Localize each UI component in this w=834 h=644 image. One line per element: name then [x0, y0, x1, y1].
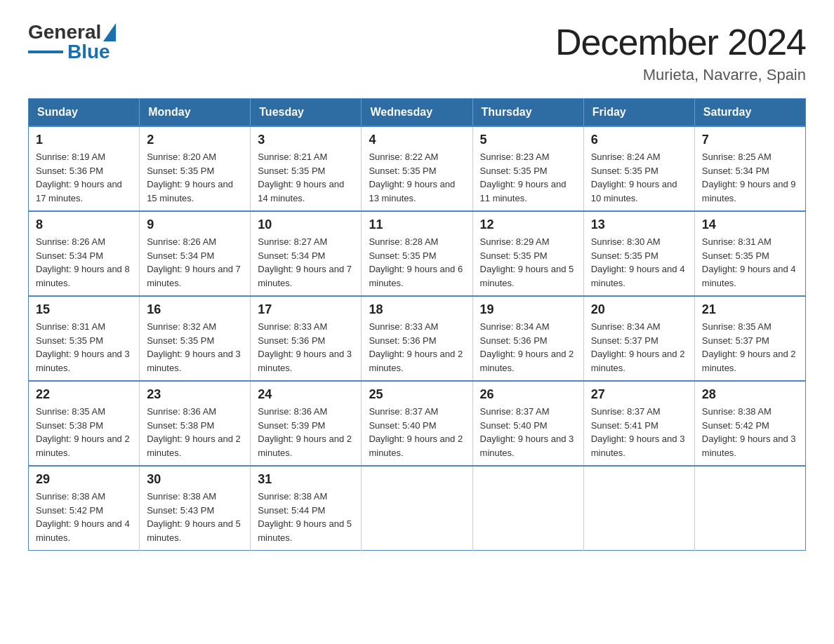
day-info: Sunrise: 8:33 AMSunset: 5:36 PMDaylight:…	[369, 320, 465, 375]
location-subtitle: Murieta, Navarre, Spain	[555, 66, 806, 84]
calendar-cell: 4 Sunrise: 8:22 AMSunset: 5:35 PMDayligh…	[362, 126, 472, 211]
calendar-cell: 2 Sunrise: 8:20 AMSunset: 5:35 PMDayligh…	[140, 126, 251, 211]
day-info: Sunrise: 8:23 AMSunset: 5:35 PMDaylight:…	[480, 150, 576, 205]
calendar-week-row: 15 Sunrise: 8:31 AMSunset: 5:35 PMDaylig…	[29, 296, 806, 381]
calendar-cell: 7 Sunrise: 8:25 AMSunset: 5:34 PMDayligh…	[694, 126, 805, 211]
calendar-cell: 30 Sunrise: 8:38 AMSunset: 5:43 PMDaylig…	[140, 466, 251, 551]
calendar-cell: 10 Sunrise: 8:27 AMSunset: 5:34 PMDaylig…	[251, 211, 362, 296]
logo-blue: Blue	[67, 41, 110, 63]
column-header-friday: Friday	[583, 99, 694, 127]
calendar-cell: 19 Sunrise: 8:34 AMSunset: 5:36 PMDaylig…	[472, 296, 583, 381]
day-info: Sunrise: 8:38 AMSunset: 5:42 PMDaylight:…	[702, 405, 798, 459]
day-info: Sunrise: 8:35 AMSunset: 5:38 PMDaylight:…	[36, 405, 132, 459]
column-header-thursday: Thursday	[472, 99, 583, 127]
column-header-sunday: Sunday	[29, 99, 140, 127]
calendar-cell: 3 Sunrise: 8:21 AMSunset: 5:35 PMDayligh…	[251, 126, 362, 211]
calendar-week-row: 22 Sunrise: 8:35 AMSunset: 5:38 PMDaylig…	[29, 381, 806, 466]
calendar-cell	[362, 466, 472, 551]
day-info: Sunrise: 8:34 AMSunset: 5:36 PMDaylight:…	[480, 320, 576, 375]
column-header-saturday: Saturday	[694, 99, 805, 127]
day-number: 18	[369, 302, 465, 317]
calendar-cell: 28 Sunrise: 8:38 AMSunset: 5:42 PMDaylig…	[694, 381, 805, 466]
day-number: 28	[702, 387, 798, 402]
day-info: Sunrise: 8:26 AMSunset: 5:34 PMDaylight:…	[147, 235, 243, 290]
day-number: 29	[36, 472, 132, 487]
day-info: Sunrise: 8:36 AMSunset: 5:38 PMDaylight:…	[147, 405, 243, 459]
calendar-table: SundayMondayTuesdayWednesdayThursdayFrid…	[28, 98, 806, 551]
day-info: Sunrise: 8:36 AMSunset: 5:39 PMDaylight:…	[258, 405, 354, 459]
day-number: 13	[591, 217, 687, 232]
title-block: December 2024 Murieta, Navarre, Spain	[555, 21, 806, 84]
calendar-cell	[694, 466, 805, 551]
day-number: 23	[147, 387, 243, 402]
day-number: 16	[147, 302, 243, 317]
day-info: Sunrise: 8:30 AMSunset: 5:35 PMDaylight:…	[591, 235, 687, 290]
calendar-cell	[472, 466, 583, 551]
calendar-cell: 21 Sunrise: 8:35 AMSunset: 5:37 PMDaylig…	[694, 296, 805, 381]
day-number: 22	[36, 387, 132, 402]
day-info: Sunrise: 8:20 AMSunset: 5:35 PMDaylight:…	[147, 150, 243, 205]
day-number: 1	[36, 133, 132, 147]
day-info: Sunrise: 8:19 AMSunset: 5:36 PMDaylight:…	[36, 150, 132, 205]
calendar-cell: 18 Sunrise: 8:33 AMSunset: 5:36 PMDaylig…	[362, 296, 472, 381]
day-info: Sunrise: 8:24 AMSunset: 5:35 PMDaylight:…	[591, 150, 687, 205]
calendar-cell: 26 Sunrise: 8:37 AMSunset: 5:40 PMDaylig…	[472, 381, 583, 466]
calendar-cell: 22 Sunrise: 8:35 AMSunset: 5:38 PMDaylig…	[29, 381, 140, 466]
day-number: 10	[258, 217, 354, 232]
day-number: 2	[147, 133, 243, 147]
day-info: Sunrise: 8:33 AMSunset: 5:36 PMDaylight:…	[258, 320, 354, 375]
page-header: General Blue December 2024 Murieta, Nava…	[28, 21, 806, 84]
day-number: 11	[369, 217, 465, 232]
day-info: Sunrise: 8:26 AMSunset: 5:34 PMDaylight:…	[36, 235, 132, 290]
calendar-cell: 14 Sunrise: 8:31 AMSunset: 5:35 PMDaylig…	[694, 211, 805, 296]
day-number: 9	[147, 217, 243, 232]
calendar-cell: 20 Sunrise: 8:34 AMSunset: 5:37 PMDaylig…	[583, 296, 694, 381]
day-info: Sunrise: 8:34 AMSunset: 5:37 PMDaylight:…	[591, 320, 687, 375]
day-number: 21	[702, 302, 798, 317]
calendar-cell: 13 Sunrise: 8:30 AMSunset: 5:35 PMDaylig…	[583, 211, 694, 296]
calendar-cell: 31 Sunrise: 8:38 AMSunset: 5:44 PMDaylig…	[251, 466, 362, 551]
day-number: 12	[480, 217, 576, 232]
calendar-cell	[583, 466, 694, 551]
calendar-cell: 6 Sunrise: 8:24 AMSunset: 5:35 PMDayligh…	[583, 126, 694, 211]
day-number: 5	[480, 133, 576, 147]
day-number: 15	[36, 302, 132, 317]
calendar-cell: 16 Sunrise: 8:32 AMSunset: 5:35 PMDaylig…	[140, 296, 251, 381]
day-info: Sunrise: 8:31 AMSunset: 5:35 PMDaylight:…	[36, 320, 132, 375]
day-info: Sunrise: 8:37 AMSunset: 5:40 PMDaylight:…	[369, 405, 465, 459]
day-number: 24	[258, 387, 354, 402]
day-number: 31	[258, 472, 354, 487]
day-info: Sunrise: 8:28 AMSunset: 5:35 PMDaylight:…	[369, 235, 465, 290]
day-number: 19	[480, 302, 576, 317]
day-info: Sunrise: 8:35 AMSunset: 5:37 PMDaylight:…	[702, 320, 798, 375]
day-info: Sunrise: 8:27 AMSunset: 5:34 PMDaylight:…	[258, 235, 354, 290]
day-number: 14	[702, 217, 798, 232]
day-info: Sunrise: 8:22 AMSunset: 5:35 PMDaylight:…	[369, 150, 465, 205]
column-header-tuesday: Tuesday	[251, 99, 362, 127]
calendar-week-row: 1 Sunrise: 8:19 AMSunset: 5:36 PMDayligh…	[29, 126, 806, 211]
column-header-monday: Monday	[140, 99, 251, 127]
day-number: 26	[480, 387, 576, 402]
calendar-cell: 11 Sunrise: 8:28 AMSunset: 5:35 PMDaylig…	[362, 211, 472, 296]
day-number: 8	[36, 217, 132, 232]
logo-bar	[28, 51, 63, 53]
day-info: Sunrise: 8:37 AMSunset: 5:40 PMDaylight:…	[480, 405, 576, 459]
calendar-cell: 9 Sunrise: 8:26 AMSunset: 5:34 PMDayligh…	[140, 211, 251, 296]
day-number: 27	[591, 387, 687, 402]
day-info: Sunrise: 8:31 AMSunset: 5:35 PMDaylight:…	[702, 235, 798, 290]
day-number: 4	[369, 133, 465, 147]
calendar-cell: 12 Sunrise: 8:29 AMSunset: 5:35 PMDaylig…	[472, 211, 583, 296]
day-info: Sunrise: 8:25 AMSunset: 5:34 PMDaylight:…	[702, 150, 798, 205]
calendar-cell: 23 Sunrise: 8:36 AMSunset: 5:38 PMDaylig…	[140, 381, 251, 466]
calendar-cell: 29 Sunrise: 8:38 AMSunset: 5:42 PMDaylig…	[29, 466, 140, 551]
month-year-title: December 2024	[555, 21, 806, 63]
day-info: Sunrise: 8:29 AMSunset: 5:35 PMDaylight:…	[480, 235, 576, 290]
day-info: Sunrise: 8:38 AMSunset: 5:42 PMDaylight:…	[36, 490, 132, 544]
column-header-wednesday: Wednesday	[362, 99, 472, 127]
calendar-cell: 24 Sunrise: 8:36 AMSunset: 5:39 PMDaylig…	[251, 381, 362, 466]
day-info: Sunrise: 8:38 AMSunset: 5:44 PMDaylight:…	[258, 490, 354, 544]
day-number: 17	[258, 302, 354, 317]
day-number: 7	[702, 133, 798, 147]
calendar-cell: 27 Sunrise: 8:37 AMSunset: 5:41 PMDaylig…	[583, 381, 694, 466]
calendar-cell: 15 Sunrise: 8:31 AMSunset: 5:35 PMDaylig…	[29, 296, 140, 381]
